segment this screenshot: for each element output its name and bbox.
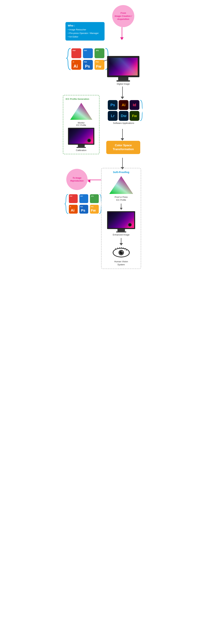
svg-text:Ai: Ai <box>71 208 74 212</box>
svg-marker-18 <box>70 103 92 120</box>
sw-lr: Lr <box>108 111 118 121</box>
digital-image-label: Digital Image <box>107 82 139 85</box>
sp-monitor-stand <box>118 229 125 232</box>
svg-text:JPG: JPG <box>96 50 99 52</box>
human-vision-label: Human VisionSystem <box>104 260 138 266</box>
svg-text:PDF: PDF <box>70 196 72 197</box>
monitor-display <box>107 56 139 77</box>
eye-svg <box>112 247 131 259</box>
icc-monitor-label: MonitorICC Profile <box>66 122 97 126</box>
proof-icc-label: Proof or PressICC Profile <box>104 196 138 202</box>
sp-monitor-base <box>116 232 126 232</box>
calib-base <box>76 147 86 148</box>
bottom-files-svg: PDF TIFF JPG AI Ai PSD Ps PNG Fw <box>65 194 101 217</box>
svg-text:PNG: PNG <box>95 61 99 63</box>
monitor-stand-top <box>118 77 128 80</box>
soft-proofing-section: Soft-Proofing Proof or PressICC Profile <box>101 168 141 269</box>
svg-text:Ps: Ps <box>85 64 90 68</box>
sp-monitor <box>107 211 135 229</box>
cst-text: Color Space Transformation <box>113 144 134 151</box>
sp-inner-arrow <box>104 204 138 210</box>
svg-text:TIFF: TIFF <box>80 196 83 197</box>
calib-stand <box>78 145 85 147</box>
page: From Image Creation / Acquisition Who : … <box>61 0 143 644</box>
who-box: Who : Image Retoucher Pre-press Operator… <box>65 22 105 40</box>
gamut-triangle-svg <box>69 102 93 120</box>
svg-text:PSD: PSD <box>80 206 83 208</box>
sw-fw: Fw <box>130 111 139 121</box>
who-item-2: Pre-press Operator / Manager <box>68 32 102 35</box>
who-item-3: Art Editor <box>68 35 102 39</box>
arrow-sw-to-cst <box>121 129 124 141</box>
svg-text:Ai: Ai <box>73 64 78 69</box>
sw-ps: Ps <box>108 100 118 110</box>
sw-brace-svg <box>139 100 142 121</box>
svg-text:TIFF: TIFF <box>84 50 87 52</box>
to-bubble-text: To Image Reproduction <box>70 176 84 182</box>
cst-box: Color Space Transformation <box>106 141 140 154</box>
sp-title: Soft-Proofing <box>104 171 138 174</box>
who-title: Who : <box>68 24 102 27</box>
svg-text:Fw: Fw <box>91 208 96 212</box>
sw-dw: Dw <box>119 111 129 121</box>
svg-text:AI: AI <box>73 61 74 63</box>
software-label: Software Applications <box>108 122 139 124</box>
icc-section: ICC Profile Generation <box>63 95 99 154</box>
digital-image-section: Digital Image <box>107 56 139 85</box>
svg-point-25 <box>122 251 123 252</box>
svg-text:PDF: PDF <box>73 50 76 52</box>
arrow-from-bubble <box>120 27 124 40</box>
to-bubble: To Image Reproduction <box>66 169 87 190</box>
enhanced-image-label: Enhanced Image <box>104 234 138 236</box>
from-bubble: From Image Creation / Acquisition <box>112 5 134 27</box>
icc-title: ICC Profile Generation <box>66 98 97 100</box>
sw-ai: Ai <box>119 100 129 110</box>
svg-text:JPG: JPG <box>91 196 94 197</box>
sp-to-eye-arrow <box>104 238 138 246</box>
sw-id: Id <box>130 100 139 110</box>
from-bubble-text: From Image Creation / Acquisition <box>115 12 132 21</box>
software-section: Ps Ai Id Lr Dw Fw Software Applications <box>108 100 139 124</box>
colorimeter-device <box>87 138 91 142</box>
arrow-cst-down <box>121 158 124 170</box>
svg-text:PSD: PSD <box>84 61 87 63</box>
svg-text:PNG: PNG <box>91 206 93 208</box>
who-item-1: Image Retoucher <box>68 28 102 32</box>
svg-text:AI: AI <box>70 206 71 208</box>
svg-text:Ps: Ps <box>81 208 85 212</box>
svg-marker-20 <box>109 176 133 194</box>
arrow-monitor-to-sw <box>121 86 124 99</box>
svg-text:Fw: Fw <box>96 64 101 68</box>
who-list: Image Retoucher Pre-press Operator / Man… <box>68 28 102 38</box>
bottom-file-formats: PDF TIFF JPG AI Ai PSD Ps PNG Fw <box>65 194 101 218</box>
calibration-monitor <box>68 128 94 145</box>
sp-colorimeter <box>128 223 132 227</box>
monitor-base-display <box>117 80 130 82</box>
calibration-label: Calibration <box>66 149 97 152</box>
sw-grid: Ps Ai Id Lr Dw Fw <box>108 100 139 121</box>
sp-gamut-svg <box>109 175 134 195</box>
h-line-pink <box>87 180 101 180</box>
